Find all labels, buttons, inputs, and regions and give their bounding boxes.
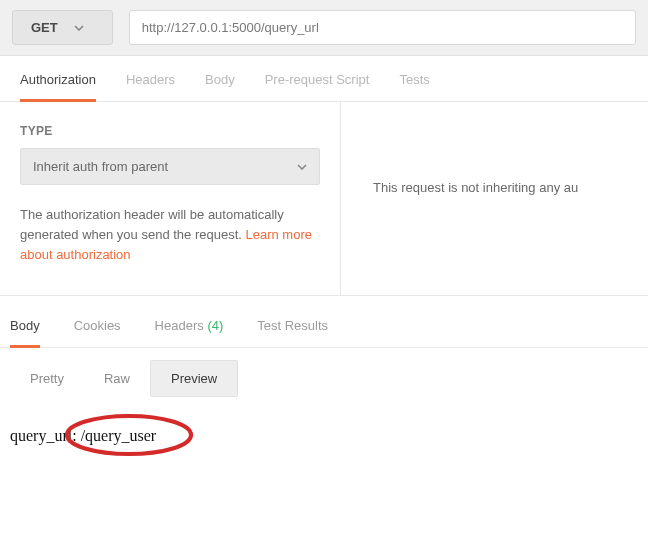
auth-right-column: This request is not inheriting any au bbox=[341, 102, 648, 295]
resp-tab-body[interactable]: Body bbox=[10, 318, 40, 348]
auth-left-column: TYPE Inherit auth from parent The author… bbox=[0, 102, 341, 295]
view-raw[interactable]: Raw bbox=[84, 361, 150, 396]
resp-headers-count: (4) bbox=[207, 318, 223, 333]
resp-headers-label: Headers bbox=[155, 318, 204, 333]
resp-tab-headers[interactable]: Headers (4) bbox=[155, 318, 224, 347]
method-label: GET bbox=[31, 20, 58, 35]
tab-headers[interactable]: Headers bbox=[126, 72, 175, 101]
chevron-down-icon bbox=[74, 25, 84, 31]
response-body-text: query_url: /query_user bbox=[10, 427, 648, 445]
url-input[interactable] bbox=[129, 10, 636, 45]
auth-help-text: The authorization header will be automat… bbox=[20, 205, 320, 265]
resp-tab-test-results[interactable]: Test Results bbox=[257, 318, 328, 347]
auth-type-dropdown[interactable]: Inherit auth from parent bbox=[20, 148, 320, 185]
response-tabs: Body Cookies Headers (4) Test Results bbox=[0, 296, 648, 348]
view-preview[interactable]: Preview bbox=[150, 360, 238, 397]
request-tabs: Authorization Headers Body Pre-request S… bbox=[0, 56, 648, 102]
resp-tab-cookies[interactable]: Cookies bbox=[74, 318, 121, 347]
request-top-bar: GET bbox=[0, 0, 648, 56]
tab-body[interactable]: Body bbox=[205, 72, 235, 101]
tab-tests[interactable]: Tests bbox=[399, 72, 429, 101]
tab-prerequest[interactable]: Pre-request Script bbox=[265, 72, 370, 101]
auth-type-value: Inherit auth from parent bbox=[33, 159, 168, 174]
auth-inherit-message: This request is not inheriting any au bbox=[373, 180, 578, 195]
view-pretty[interactable]: Pretty bbox=[10, 361, 84, 396]
method-dropdown[interactable]: GET bbox=[12, 10, 113, 45]
auth-help-prefix: The authorization header will be automat… bbox=[20, 207, 284, 242]
view-mode-buttons: Pretty Raw Preview bbox=[0, 348, 648, 397]
chevron-down-icon bbox=[297, 164, 307, 170]
authorization-panel: TYPE Inherit auth from parent The author… bbox=[0, 102, 648, 296]
auth-type-label: TYPE bbox=[20, 124, 320, 138]
response-preview: query_url: /query_user bbox=[0, 397, 648, 445]
tab-authorization[interactable]: Authorization bbox=[20, 72, 96, 102]
